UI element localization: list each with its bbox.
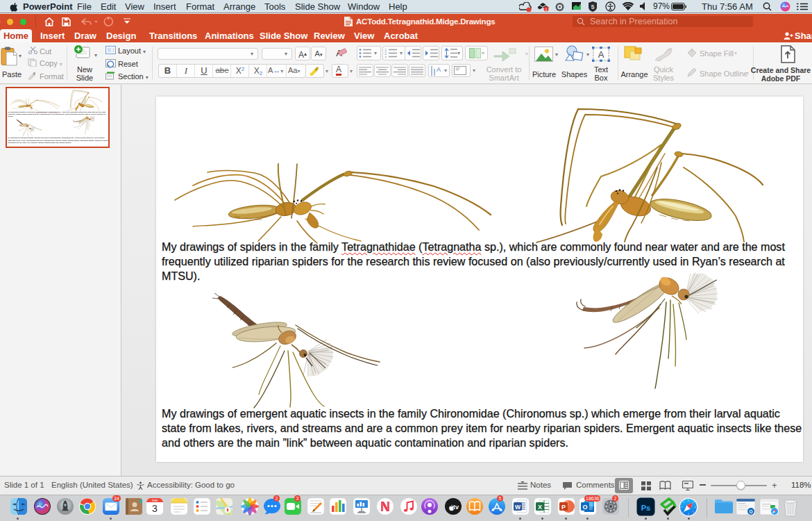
svg-text:A: A [437,66,441,73]
svg-text:3: 3 [384,56,387,59]
svg-text:FEB: FEB [152,499,158,502]
svg-text:P: P [561,504,566,511]
svg-text:1: 1 [545,8,548,12]
svg-text:A: A [598,49,604,60]
svg-text:O: O [582,504,587,511]
svg-text:W: W [515,504,521,511]
svg-text:Ps: Ps [641,504,650,512]
svg-text:3: 3 [152,503,158,514]
svg-text:O: O [749,509,752,514]
svg-text:X: X [538,504,542,511]
svg-text:tv: tv [453,504,459,511]
svg-text:5: 5 [591,3,595,10]
